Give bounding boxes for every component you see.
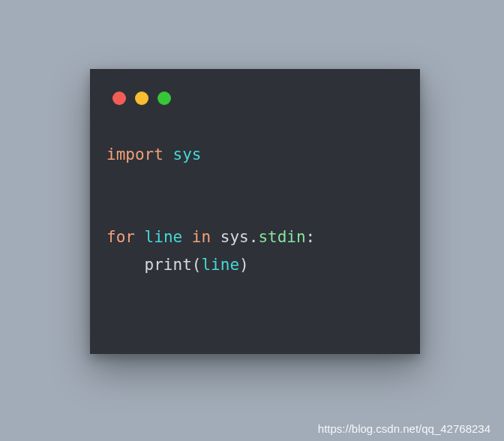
keyword-in: in xyxy=(192,228,211,246)
argument: line xyxy=(201,256,239,274)
watermark-text: https://blog.csdn.net/qq_42768234 xyxy=(318,422,490,435)
close-icon[interactable] xyxy=(112,92,126,105)
function-name: print xyxy=(145,256,192,274)
dot-operator: . xyxy=(249,228,259,246)
module-name: sys xyxy=(173,146,202,164)
keyword-import: import xyxy=(106,146,164,164)
maximize-icon[interactable] xyxy=(158,92,171,105)
attribute-name: stdin xyxy=(258,228,305,246)
code-window: import sys for line in sys.stdin: print(… xyxy=(90,69,420,354)
left-paren: ( xyxy=(192,256,202,274)
traffic-lights xyxy=(90,69,420,105)
minimize-icon[interactable] xyxy=(135,92,148,105)
keyword-for: for xyxy=(106,228,135,246)
right-paren: ) xyxy=(239,256,249,274)
object-name: sys xyxy=(220,228,249,246)
loop-variable: line xyxy=(145,228,183,246)
indent xyxy=(106,256,145,274)
code-block: import sys for line in sys.stdin: print(… xyxy=(90,105,420,279)
colon: : xyxy=(306,228,316,246)
